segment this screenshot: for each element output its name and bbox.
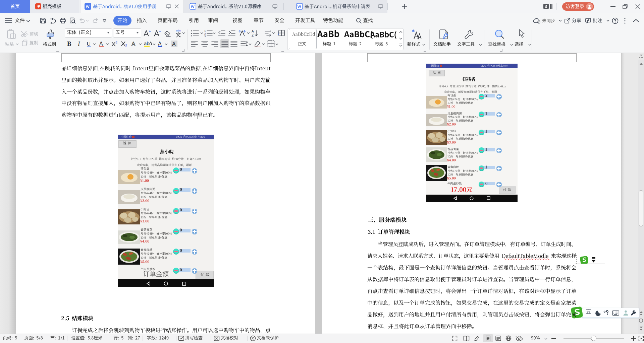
svg-text:2: 2 bbox=[116, 41, 118, 45]
svg-text:B: B bbox=[67, 41, 71, 47]
svg-text:A: A bbox=[158, 41, 162, 47]
svg-text:U: U bbox=[87, 41, 91, 47]
svg-text:I: I bbox=[78, 41, 80, 47]
svg-text:Z: Z bbox=[252, 33, 254, 37]
svg-text:wén: wén bbox=[175, 29, 181, 32]
svg-text:3: 3 bbox=[204, 35, 206, 37]
svg-text:A: A bbox=[252, 29, 254, 33]
svg-text:A: A bbox=[99, 41, 103, 47]
svg-text:A: A bbox=[131, 41, 136, 47]
svg-text:A: A bbox=[172, 41, 176, 47]
svg-text:2: 2 bbox=[125, 44, 127, 47]
svg-text:ab: ab bbox=[144, 41, 150, 46]
